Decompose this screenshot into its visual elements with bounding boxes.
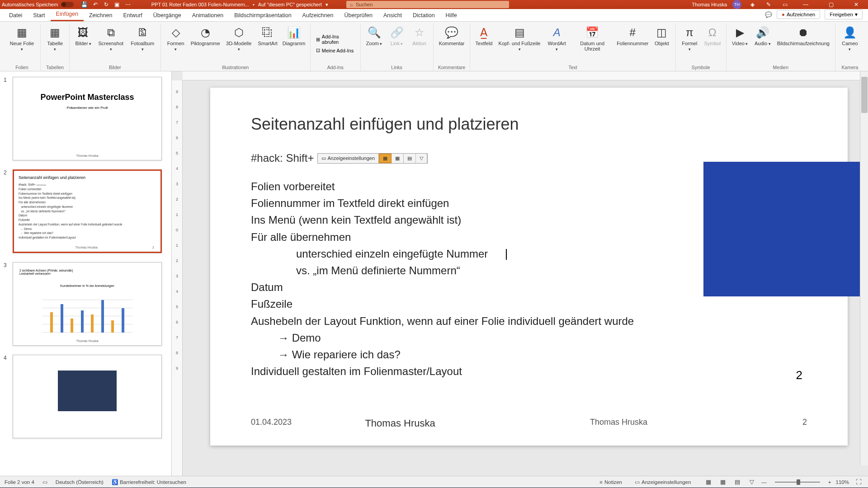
display-settings-mini: ▭ Anzeigeeinstellungen [318, 154, 379, 163]
tab-datei[interactable]: Datei [4, 9, 28, 21]
thumbnail-1[interactable]: 1 PowerPoint Masterclass Präsentieren wi… [0, 75, 171, 168]
new-slide-icon: ▦ [14, 25, 29, 40]
zoom-button[interactable]: 🔍Zoom [363, 23, 385, 48]
get-addins-button[interactable]: ⊞ Add-Ins abrufen [313, 33, 358, 46]
fit-window-icon[interactable]: ⛶ [854, 478, 863, 486]
wordart-button[interactable]: AWordArt [544, 23, 570, 53]
header-footer-button[interactable]: ▤Kopf- und Fußzeile [495, 23, 543, 53]
my-addins-button[interactable]: ⊡ Meine Add-Ins [313, 47, 356, 54]
tab-ansicht[interactable]: Ansicht [378, 9, 407, 21]
redo-icon[interactable]: ↻ [102, 0, 110, 9]
user-avatar[interactable]: TH [732, 0, 741, 9]
shapes-button[interactable]: ◇Formen [164, 23, 188, 53]
screenshot-icon: ⧉ [104, 25, 118, 40]
search-input[interactable]: Suchen [346, 1, 509, 8]
new-slide-button[interactable]: ▦Neue Folie [6, 23, 38, 53]
tab-einfuegen[interactable]: Einfügen [51, 8, 84, 21]
accessibility-check[interactable]: ♿ Barrierefreiheit: Untersuchen [112, 479, 186, 485]
scrollbar-thumb[interactable] [861, 77, 868, 113]
body-line: Individuell gestalten im Folienmaster/La… [251, 363, 807, 380]
ribbon-insert: ▦Neue Folie Folien ▦Tabelle Tabellen 🖼Bi… [0, 22, 868, 71]
slidenumber-button[interactable]: #Foliennummer [615, 23, 650, 48]
comment-label: Kommentar [439, 41, 465, 46]
body-line: unterschied einzeln eingefügte Nummer [296, 248, 488, 260]
thumb-page: 2 [152, 246, 154, 249]
comment-button[interactable]: 💬Kommentar [436, 23, 467, 48]
thumbnail-4[interactable]: 4 [0, 353, 171, 446]
language-indicator[interactable]: Deutsch (Österreich) [56, 479, 104, 485]
zoom-level[interactable]: 110% [836, 479, 849, 485]
save-icon[interactable]: 💾 [80, 0, 89, 9]
table-label: Tabelle [46, 41, 64, 52]
group-bilder-label: Bilder [109, 64, 121, 71]
autosave-toggle[interactable]: Automatisches Speichern [2, 2, 74, 7]
slideshow-icon[interactable]: ▣ [113, 0, 121, 9]
my-addins-label: Meine Add-Ins [322, 48, 354, 53]
slidenumber-label: Foliennummer [617, 41, 648, 46]
thumbnail-panel[interactable]: 1 PowerPoint Masterclass Präsentieren wi… [0, 71, 172, 476]
object-label: Objekt [655, 41, 669, 46]
toggle-switch-icon[interactable] [61, 2, 74, 7]
smartart-label: SmartArt [258, 41, 277, 46]
undo-icon[interactable]: ↶ [91, 0, 99, 9]
diamond-icon[interactable]: ◈ [748, 0, 756, 9]
record-button[interactable]: Aufzeichnen [777, 10, 820, 19]
chart-button[interactable]: 📊Diagramm [280, 23, 307, 48]
slide-title[interactable]: Seitenanzahl einfügen und platzieren [251, 115, 807, 134]
comments-icon[interactable]: 💬 [765, 11, 772, 18]
more-icon[interactable]: ⋯ [124, 0, 132, 9]
minimize-button[interactable]: — [796, 0, 816, 9]
icons-button[interactable]: ◔Piktogramme [189, 23, 222, 48]
equation-button[interactable]: πFormel [679, 23, 701, 53]
datetime-button[interactable]: 📅Datum und Uhrzeit [571, 23, 614, 53]
accessibility-icon[interactable]: ▭ [42, 479, 47, 485]
cameo-button[interactable]: 👤Cameo [838, 23, 862, 53]
maximize-button[interactable]: ▢ [821, 0, 841, 9]
picture-icon: 🖼 [76, 25, 90, 40]
photoalbum-button[interactable]: 🖻Fotoalbum [127, 23, 157, 53]
tab-entwurf[interactable]: Entwurf [118, 9, 147, 21]
pictures-button[interactable]: 🖼Bilder [72, 23, 94, 48]
textbox-label: Textfeld [476, 41, 493, 46]
table-button[interactable]: ▦Tabelle [43, 23, 67, 53]
zoom-slider[interactable] [775, 482, 820, 483]
cameo-icon: 👤 [843, 25, 857, 40]
screenshot-button[interactable]: ⧉Screenshot [95, 23, 127, 53]
tab-dictation[interactable]: Dictation [407, 9, 440, 21]
tab-uebergaenge[interactable]: Übergänge [148, 9, 187, 21]
screenrecord-button[interactable]: ⏺Bildschirmaufzeichnung [774, 23, 832, 48]
display-settings-button[interactable]: ▭ Anzeigeeinstellungen [635, 479, 691, 485]
share-button[interactable]: Freigeben ▾ [825, 9, 863, 19]
group-illustrationen-label: Illustrationen [222, 64, 249, 71]
thumbnail-2[interactable]: 2 Seitenanzahl einfügen und platzieren #… [0, 168, 171, 260]
close-button[interactable]: ✕ [846, 0, 866, 9]
tab-animationen[interactable]: Animationen [187, 9, 229, 21]
tab-bildschirm[interactable]: Bildschirmpräsentation [229, 9, 297, 21]
tab-aufzeichnen[interactable]: Aufzeichnen [297, 9, 339, 21]
pen-icon[interactable]: ✎ [764, 0, 773, 9]
tab-start[interactable]: Start [28, 9, 50, 21]
sorter-view-icon[interactable]: ▦ [718, 478, 728, 486]
3dmodels-button[interactable]: ⬡3D-Modelle [222, 23, 255, 53]
object-button[interactable]: ◫Objekt [651, 23, 673, 48]
camera-overlay[interactable] [703, 162, 868, 296]
tab-ueberpruefen[interactable]: Überprüfen [339, 9, 378, 21]
window-icon[interactable]: ▭ [781, 0, 789, 9]
tab-hilfe[interactable]: Hilfe [440, 9, 462, 21]
document-title[interactable]: PPT 01 Roter Faden 003 Folien-Nummern...… [151, 2, 328, 8]
video-button[interactable]: ▶Video [729, 23, 751, 48]
slideshow-view-icon[interactable]: ▽ [747, 478, 757, 486]
action-icon: ☆ [412, 25, 427, 40]
reading-view-icon[interactable]: ▤ [732, 478, 742, 486]
thumbnail-3[interactable]: 3 2 sichtbare Achsen (Primär, sekundär)L… [0, 260, 171, 353]
normal-view-icon[interactable]: ▦ [703, 478, 713, 486]
audio-button[interactable]: 🔊Audio [752, 23, 774, 48]
thumb-subtitle: Präsentieren wie ein Profi [19, 106, 155, 110]
thumb-number: 2 [4, 169, 9, 253]
tab-zeichnen[interactable]: Zeichnen [84, 9, 118, 21]
textbox-button[interactable]: A̲Textfeld [473, 23, 495, 48]
smartart-button[interactable]: ⿻SmartArt [256, 23, 280, 48]
group-text-label: Text [569, 64, 577, 71]
vertical-scrollbar[interactable] [860, 71, 868, 465]
notes-button[interactable]: ≡ Notizen [599, 479, 622, 485]
